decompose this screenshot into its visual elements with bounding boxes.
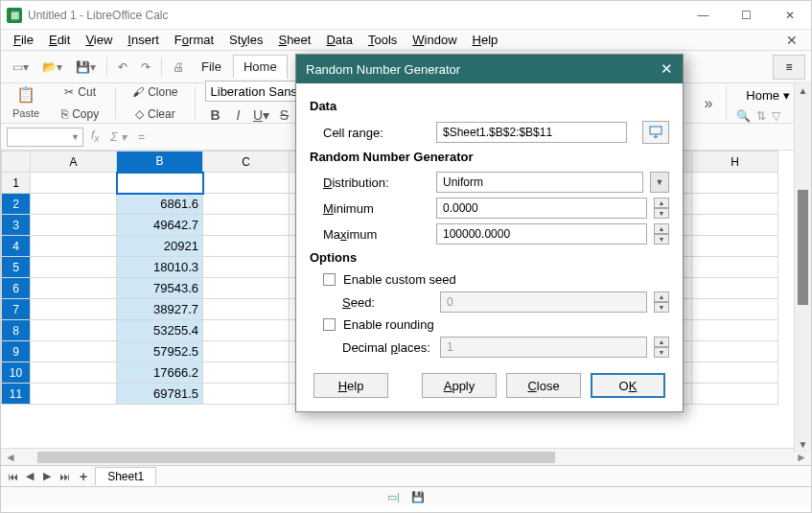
tab-last[interactable]: ⏭ [57, 471, 72, 482]
tab-next[interactable]: ▶ [39, 470, 55, 482]
select-all-corner[interactable] [2, 152, 31, 173]
maximum-spinner[interactable]: ▲▼ [654, 223, 669, 245]
row-header[interactable]: 2 [2, 194, 31, 215]
cell[interactable] [31, 320, 117, 341]
cell[interactable] [692, 299, 778, 320]
cell[interactable] [203, 215, 290, 236]
cell[interactable] [31, 362, 117, 384]
add-sheet-button[interactable]: + [74, 469, 93, 484]
underline-button[interactable]: U▾ [251, 105, 272, 126]
cell[interactable]: 6861.6 [117, 194, 203, 215]
italic-button[interactable]: I [228, 105, 249, 126]
row-header[interactable]: 10 [2, 362, 31, 384]
cell[interactable] [692, 384, 778, 405]
vertical-scrollbar[interactable]: ▲ ▼ [794, 82, 811, 453]
cell[interactable] [203, 236, 290, 257]
row-header[interactable]: 3 [2, 215, 31, 236]
cell[interactable] [203, 320, 290, 341]
dropdown-icon[interactable]: ▼ [650, 172, 669, 193]
find-icon[interactable]: 🔍 [736, 109, 751, 123]
col-header-a[interactable]: A [31, 152, 117, 173]
cell[interactable] [692, 215, 778, 236]
cut-button[interactable]: ✂Cut [58, 82, 103, 103]
clone-button[interactable]: 🖌Clone [126, 82, 184, 103]
tab-home[interactable]: Home [233, 55, 288, 79]
cell[interactable]: 17666.2 [117, 362, 203, 384]
cell[interactable] [31, 299, 117, 320]
row-header[interactable]: 4 [2, 236, 31, 257]
cell[interactable] [31, 384, 117, 405]
scroll-up-icon[interactable]: ▲ [795, 82, 811, 99]
scrollbar-track[interactable] [795, 99, 811, 435]
minimum-input[interactable]: 0.0000 [436, 198, 647, 219]
fx-icon[interactable]: fx [87, 128, 103, 144]
row-header[interactable]: 7 [2, 299, 31, 320]
apply-button[interactable]: Apply [422, 373, 497, 398]
undo-button[interactable]: ↶ [112, 58, 133, 77]
menu-insert[interactable]: Insert [121, 31, 166, 49]
minimize-button[interactable]: — [682, 1, 725, 30]
cell[interactable] [203, 362, 290, 384]
redo-button[interactable]: ↷ [135, 58, 156, 77]
cell[interactable] [203, 278, 290, 299]
row-header[interactable]: 9 [2, 341, 31, 362]
menu-tools[interactable]: Tools [361, 31, 404, 49]
row-header[interactable]: 11 [2, 384, 31, 405]
menu-sheet[interactable]: Sheet [271, 31, 317, 49]
open-button[interactable]: 📂▾ [36, 58, 68, 77]
tab-first[interactable]: ⏮ [5, 471, 20, 482]
cell[interactable] [203, 173, 290, 194]
equals-icon[interactable]: = [134, 130, 149, 144]
save-status-icon[interactable]: 💾 [411, 491, 425, 503]
scrollbar-thumb[interactable] [798, 190, 808, 305]
section-home[interactable]: Home ▾ [736, 84, 800, 106]
copy-button[interactable]: ⎘Copy [55, 104, 105, 125]
ok-button[interactable]: OK [591, 373, 665, 398]
menu-styles[interactable]: Styles [222, 31, 269, 49]
strikethrough-button[interactable]: S [274, 105, 295, 126]
cell[interactable]: 49642.7 [117, 215, 203, 236]
cell[interactable] [203, 194, 290, 215]
clear-button[interactable]: ◇Clear [128, 104, 182, 125]
cell[interactable]: 53255.4 [117, 320, 203, 341]
col-header-h[interactable]: H [692, 152, 778, 173]
bold-button[interactable]: B [205, 105, 226, 126]
paste-icon[interactable]: 📋 [16, 85, 35, 104]
name-box[interactable]: ▼ [7, 128, 83, 147]
menu-help[interactable]: Help [466, 31, 505, 49]
menu-format[interactable]: Format [168, 31, 220, 49]
cell[interactable] [31, 236, 117, 257]
sum-icon[interactable]: Σ ▾ [106, 130, 130, 144]
close-document-button[interactable]: ✕ [778, 33, 805, 48]
cell[interactable] [31, 194, 117, 215]
shrink-ref-button[interactable] [642, 121, 669, 144]
cell[interactable]: 57952.5 [117, 341, 203, 362]
dialog-titlebar[interactable]: Random Number Generator ✕ [296, 55, 683, 83]
cell[interactable] [692, 194, 778, 215]
print-button[interactable]: 🖨 [167, 58, 190, 77]
cell[interactable] [31, 341, 117, 362]
selection-mode-icon[interactable]: ▭| [387, 491, 400, 503]
cell[interactable] [203, 299, 290, 320]
ribbon-overflow[interactable]: » [694, 95, 722, 112]
scroll-left-icon[interactable]: ◄ [1, 451, 20, 464]
cell[interactable] [692, 341, 778, 362]
cell[interactable] [31, 278, 117, 299]
menu-data[interactable]: Data [319, 31, 359, 49]
cell[interactable]: 38927.7 [117, 299, 203, 320]
cell[interactable] [31, 173, 117, 194]
tab-prev[interactable]: ◀ [22, 470, 37, 482]
menu-view[interactable]: View [79, 31, 119, 49]
tab-file[interactable]: File [192, 56, 231, 78]
cell[interactable]: 69781.5 [117, 384, 203, 405]
save-button[interactable]: 💾▾ [70, 58, 102, 77]
cell-range-input[interactable]: $Sheet1.$B$2:$B$11 [436, 122, 627, 143]
row-header[interactable]: 1 [2, 173, 31, 194]
maximum-input[interactable]: 100000.0000 [436, 223, 647, 245]
new-button[interactable]: ▭▾ [7, 58, 35, 77]
cell[interactable] [31, 215, 117, 236]
scrollbar-thumb[interactable] [37, 452, 555, 463]
col-header-b[interactable]: B [117, 152, 203, 173]
hamburger-menu[interactable]: ≡ [773, 55, 805, 80]
cell[interactable]: 20921 [117, 236, 203, 257]
